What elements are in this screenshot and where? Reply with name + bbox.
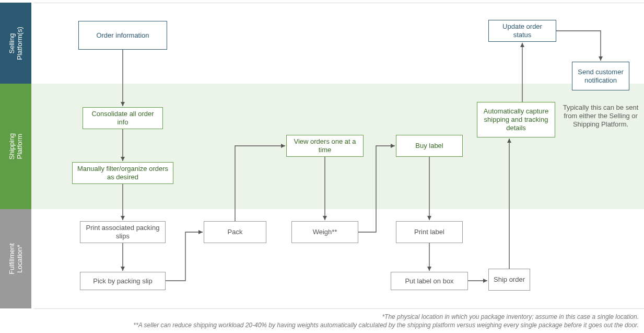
box-pick: Pick by packing slip [80,272,166,290]
box-ship: Ship order [488,269,530,291]
lane-label-selling: SellingPlatform(s) [0,3,31,84]
box-filter: Manually filter/organize orders as desir… [72,162,173,184]
box-weigh: Weigh** [291,221,358,243]
flow-diagram: SellingPlatform(s) ShippingPlatform Fulf… [0,0,644,333]
bottom-rule [34,308,644,309]
lane-label-selling-text: SellingPlatform(s) [8,27,24,60]
box-notify: Send customer notification [572,62,629,90]
footnotes: *The physical location in which you pack… [133,313,639,329]
box-print-slips: Print associated packing slips [80,221,166,243]
box-capture: Automatically capture shipping and track… [477,102,555,137]
lane-label-fulfillment: FulfillmentLocation* [0,209,31,308]
footnote-a: *The physical location in which you pack… [133,313,639,321]
box-update: Update order status [488,20,556,42]
footnote-b: **A seller can reduce shipping workload … [133,321,639,329]
box-pack: Pack [204,221,266,243]
box-order-info: Order information [78,21,167,50]
lane-label-fulfillment-text: FulfillmentLocation* [8,243,24,274]
box-buy-label: Buy label [396,135,463,157]
box-print-label: Print label [396,221,463,243]
box-view-orders: View orders one at a time [286,135,364,157]
lane-label-shipping-text: ShippingPlatform [8,133,24,160]
note-notify: Typically this can be sent from either t… [561,104,640,129]
box-put-label: Put label on box [391,272,468,290]
box-consolidate: Consolidate all order info [83,107,163,129]
lane-label-shipping: ShippingPlatform [0,84,31,209]
